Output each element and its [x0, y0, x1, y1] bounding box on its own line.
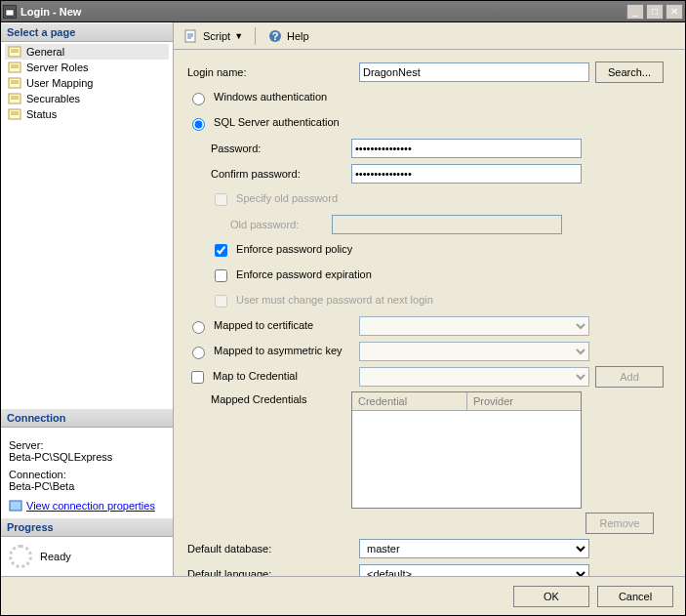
mapped-certificate-label: Mapped to certificate [214, 319, 313, 331]
view-connection-properties-link[interactable]: View connection properties [26, 500, 155, 512]
sidebar-item-label: General [26, 46, 64, 58]
must-change-password-label: User must change password at next login [236, 294, 433, 306]
old-password-input [332, 215, 562, 234]
sql-auth-label: SQL Server authentication [214, 116, 340, 128]
script-icon [183, 28, 199, 44]
progress-panel: Ready [1, 537, 173, 576]
sidebar-item-label: Server Roles [26, 62, 89, 73]
enforce-policy-checkbox[interactable] [215, 244, 227, 257]
sidebar-item-server-roles[interactable]: Server Roles [5, 60, 169, 75]
enforce-policy-label: Enforce password policy [236, 243, 352, 255]
properties-icon [9, 500, 22, 512]
default-language-label: Default language: [183, 568, 359, 576]
ok-button[interactable]: OK [513, 586, 589, 607]
login-name-label: Login name: [183, 66, 359, 78]
page-icon [7, 92, 22, 105]
svg-text:?: ? [272, 30, 279, 42]
toolbar: Script ▼ ? Help [174, 22, 685, 50]
connection-header: Connection [1, 408, 173, 428]
confirm-password-input[interactable] [351, 164, 582, 184]
page-icon [7, 45, 22, 59]
connection-panel: Server: Beta-PC\SQLExpress Connection: B… [1, 428, 173, 517]
mapped-asymmetric-radio[interactable] [192, 347, 205, 359]
remove-button: Remove [585, 513, 654, 534]
specify-old-password-label: Specify old password [236, 192, 338, 204]
close-button[interactable]: ✕ [666, 4, 683, 20]
window-icon [3, 5, 17, 19]
help-label: Help [287, 30, 309, 42]
mapped-certificate-radio[interactable] [192, 321, 205, 334]
sidebar-item-user-mapping[interactable]: User Mapping [5, 75, 169, 91]
progress-status: Ready [40, 551, 71, 562]
server-value: Beta-PC\SQLExpress [9, 451, 165, 463]
sidebar-item-label: User Mapping [26, 77, 93, 89]
old-password-label: Old password: [183, 219, 332, 230]
page-icon [7, 61, 22, 74]
help-button[interactable]: ? Help [263, 26, 313, 46]
mapped-credentials-label: Mapped Credentials [183, 391, 351, 405]
enforce-expiration-label: Enforce password expiration [236, 268, 372, 280]
svg-rect-16 [10, 501, 21, 511]
sidebar-item-label: Status [26, 108, 57, 120]
connection-value: Beta-PC\Beta [9, 480, 165, 492]
provider-column-header: Provider [467, 392, 581, 410]
mapped-asymmetric-label: Mapped to asymmetric key [214, 345, 342, 356]
maximize-button[interactable]: □ [646, 4, 664, 20]
chevron-down-icon: ▼ [234, 31, 243, 41]
sql-auth-radio[interactable] [192, 118, 205, 131]
sidebar-item-general[interactable]: General [5, 44, 169, 60]
default-database-label: Default database: [183, 543, 359, 554]
must-change-password-checkbox [215, 295, 227, 308]
toolbar-separator [255, 27, 256, 45]
cancel-button[interactable]: Cancel [597, 586, 673, 607]
credential-select [359, 367, 589, 387]
enforce-expiration-checkbox[interactable] [215, 269, 227, 282]
map-credential-label: Map to Credential [213, 370, 298, 382]
windows-auth-radio[interactable] [192, 93, 205, 105]
minimize-button[interactable]: _ [626, 4, 644, 20]
password-input[interactable] [351, 139, 582, 158]
password-label: Password: [183, 143, 351, 154]
page-icon [7, 76, 22, 90]
sidebar-item-status[interactable]: Status [5, 106, 169, 122]
server-label: Server: [9, 439, 165, 451]
mapped-credentials-table: Credential Provider [351, 391, 582, 509]
svg-rect-0 [6, 10, 14, 16]
map-credential-checkbox[interactable] [191, 371, 204, 384]
sidebar: Select a page General Server Roles User … [1, 22, 174, 576]
page-icon [7, 107, 22, 121]
add-button: Add [595, 366, 664, 388]
script-button[interactable]: Script ▼ [180, 26, 247, 46]
search-button[interactable]: Search... [595, 62, 664, 83]
help-icon: ? [267, 28, 283, 44]
confirm-password-label: Confirm password: [183, 168, 351, 180]
connection-label: Connection: [9, 469, 165, 480]
select-page-header: Select a page [1, 22, 173, 42]
window-titlebar: Login - New _ □ ✕ [1, 1, 685, 22]
default-database-select[interactable]: master [359, 539, 589, 558]
form-area: Login name: Search... Windows authentica… [174, 50, 685, 576]
sidebar-item-label: Securables [26, 93, 80, 104]
default-language-select[interactable]: <default> [359, 564, 589, 576]
login-name-input[interactable] [359, 62, 589, 82]
certificate-select [359, 316, 589, 336]
progress-spinner-icon [9, 545, 32, 568]
window-title: Login - New [20, 6, 626, 18]
windows-auth-label: Windows authentication [214, 91, 327, 103]
dialog-footer: OK Cancel [1, 576, 685, 615]
credential-column-header: Credential [352, 392, 467, 410]
sidebar-item-securables[interactable]: Securables [5, 91, 169, 106]
script-label: Script [203, 30, 230, 42]
asymmetric-key-select [359, 342, 589, 361]
specify-old-password-checkbox [215, 193, 227, 206]
progress-header: Progress [1, 517, 173, 537]
